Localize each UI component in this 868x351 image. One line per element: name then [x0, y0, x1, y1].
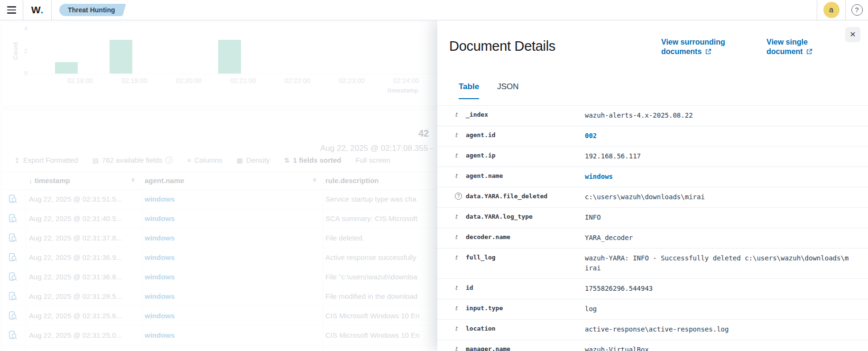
field-row-decoder-name: t decoder.name YARA_decoder — [437, 228, 868, 249]
field-row-agent-ip: t agent.ip 192.168.56.117 — [437, 147, 868, 167]
string-type-icon: t — [455, 152, 457, 159]
flyout-title: Document Details — [449, 38, 555, 54]
string-type-icon: t — [455, 131, 457, 139]
help-icon: ? — [851, 4, 863, 16]
field-value: log — [585, 299, 851, 319]
string-type-icon: t — [455, 325, 457, 332]
field-name: input.type — [466, 305, 503, 312]
field-row-yara-file-deleted: ? data.YARA.file_deleted c:\users\wazuh\… — [437, 187, 868, 208]
field-row-manager-name: t manager.name wazuh-VirtualBox — [437, 340, 868, 351]
field-value: 1755826296.544943 — [585, 279, 851, 299]
field-row-full-log: t full_log wazuh-YARA: INFO - Successful… — [437, 249, 868, 279]
external-link-icon — [705, 48, 711, 55]
field-row-input-type: t input.type log — [437, 299, 868, 320]
string-type-icon: t — [455, 111, 457, 118]
field-row-agent-name: t agent.name windows — [437, 167, 868, 187]
tab-table[interactable]: Table — [459, 82, 479, 99]
field-name: location — [466, 325, 496, 332]
hamburger-menu-icon[interactable] — [0, 0, 23, 20]
field-value-link[interactable]: windows — [585, 167, 851, 187]
avatar: a — [823, 2, 840, 18]
field-value: wazuh-VirtualBox — [585, 340, 851, 351]
flyout-tabs: Table JSON — [459, 82, 518, 99]
field-value: wazuh-YARA: INFO - Successfully deleted … — [585, 249, 851, 278]
field-name: agent.name — [466, 172, 503, 179]
string-type-icon: t — [455, 284, 457, 291]
field-name: decoder.name — [466, 233, 510, 240]
help-menu-button[interactable]: ? — [846, 0, 868, 20]
document-details-flyout: × Document Details View surrounding docu… — [437, 20, 868, 351]
view-surrounding-documents-link[interactable]: View surrounding documents — [661, 37, 748, 56]
field-row-id: t id 1755826296.544943 — [437, 279, 868, 299]
external-link-icon — [806, 48, 813, 55]
string-type-icon: t — [455, 233, 457, 240]
field-name: id — [466, 284, 473, 291]
tab-json[interactable]: JSON — [497, 82, 518, 99]
document-fields-table: t _index wazuh-alerts-4.x-2025.08.22 t a… — [437, 105, 868, 351]
field-row-yara-log-type: t data.YARA.log_type INFO — [437, 208, 868, 228]
wazuh-logo[interactable]: W. — [23, 0, 52, 20]
field-name: manager.name — [466, 345, 510, 351]
user-menu-button[interactable]: a — [817, 0, 846, 20]
wazuh-threat-hunting-app: W. Threat Hunting a ? Count timestamp 02… — [0, 0, 868, 351]
field-name: _index — [466, 111, 488, 118]
field-name: full_log — [466, 254, 496, 261]
field-row-agent-id: t agent.id 002 — [437, 126, 868, 147]
close-icon[interactable]: × — [845, 27, 860, 42]
logo-dot: . — [40, 4, 43, 16]
field-name: data.YARA.file_deleted — [466, 193, 547, 200]
string-type-icon: t — [455, 345, 457, 351]
logo-text: W — [31, 4, 41, 16]
field-value: YARA_decoder — [585, 228, 851, 248]
field-value: c:\users\wazuh\downloads\mirai — [585, 187, 851, 207]
field-name: agent.id — [466, 131, 496, 139]
unknown-type-icon: ? — [455, 193, 462, 200]
view-single-document-link[interactable]: View single document — [766, 37, 833, 56]
field-value: active-response\active-responses.log — [585, 320, 851, 340]
string-type-icon: t — [455, 172, 457, 179]
field-name: agent.ip — [466, 152, 496, 159]
breadcrumb: Threat Hunting — [52, 0, 817, 20]
field-row-index: t _index wazuh-alerts-4.x-2025.08.22 — [437, 106, 868, 126]
string-type-icon: t — [455, 305, 457, 312]
top-navigation-bar: W. Threat Hunting a ? — [0, 0, 868, 20]
field-name: data.YARA.log_type — [466, 213, 533, 220]
string-type-icon: t — [455, 213, 457, 220]
field-value: 192.168.56.117 — [585, 147, 851, 166]
field-value-link[interactable]: 002 — [585, 126, 851, 146]
field-row-location: t location active-response\active-respon… — [437, 320, 868, 340]
breadcrumb-threat-hunting[interactable]: Threat Hunting — [59, 4, 120, 16]
string-type-icon: t — [455, 254, 457, 261]
field-value: wazuh-alerts-4.x-2025.08.22 — [585, 106, 851, 126]
field-value: INFO — [585, 208, 851, 228]
